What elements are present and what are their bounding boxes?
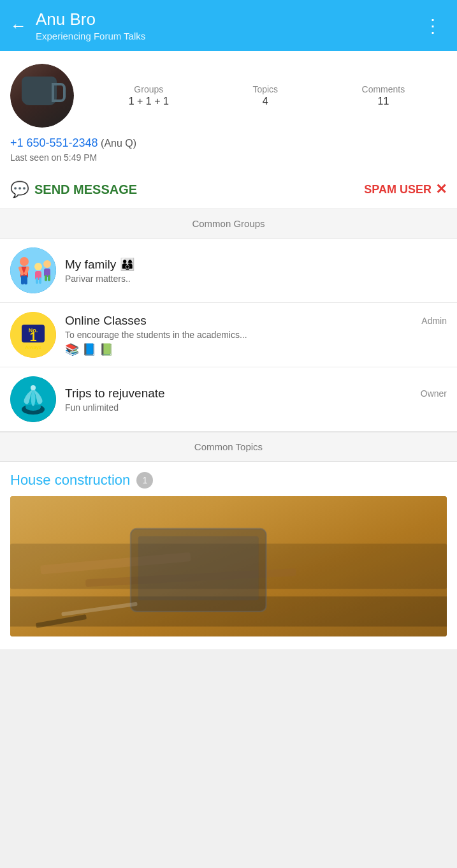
group-name-row-family: My family 👨‍👩‍👦 — [65, 257, 447, 272]
common-groups-title: Common Groups — [192, 218, 265, 229]
profile-top: Groups 1 + 1 + 1 Topics 4 Comments 11 — [10, 64, 447, 128]
svg-rect-10 — [39, 277, 41, 284]
last-seen: Last seen on 5:49 PM — [10, 152, 447, 163]
avatar — [10, 64, 74, 128]
profile-section: Groups 1 + 1 + 1 Topics 4 Comments 11 +1… — [0, 51, 457, 209]
group-info-online: Online Classes Admin To encourage the st… — [65, 314, 447, 357]
svg-point-1 — [20, 257, 29, 266]
spam-user-label: SPAM USER — [364, 183, 432, 196]
group-avatar-family — [10, 247, 56, 293]
phone-line: +1 650-551-2348 (Anu Q) — [10, 136, 447, 150]
group-name-trips: Trips to rejuvenate — [65, 386, 165, 401]
topics-label: Topics — [252, 84, 278, 94]
svg-rect-30 — [138, 536, 259, 600]
groups-container: My family 👨‍👩‍👦 Parivar matters.. No. 1 … — [0, 239, 457, 432]
group-item-trips[interactable]: Trips to rejuvenate Owner Fun unlimited — [0, 367, 457, 432]
topic-image — [10, 496, 447, 636]
topic-title-row: House construction 1 — [10, 472, 447, 489]
back-button[interactable]: ← — [10, 16, 27, 36]
action-row: 💬 SEND MESSAGE SPAM USER ✕ — [10, 173, 447, 209]
bottom-space — [0, 636, 457, 649]
topic-badge: 1 — [136, 472, 153, 489]
trips-avatar-svg — [10, 376, 56, 422]
spam-x-icon: ✕ — [435, 181, 447, 198]
svg-rect-5 — [21, 276, 24, 284]
group-desc-family: Parivar matters.. — [65, 274, 447, 284]
group-name-family: My family 👨‍👩‍👦 — [65, 257, 135, 272]
group-role-online: Admin — [421, 316, 447, 326]
group-desc-online: To encourage the students in the academi… — [65, 330, 447, 340]
header-subtitle: Experiencing Forum Talks — [36, 31, 419, 41]
topic-image-svg — [10, 496, 447, 636]
send-message-button[interactable]: 💬 SEND MESSAGE — [10, 180, 137, 198]
send-message-label: SEND MESSAGE — [34, 182, 137, 197]
topic-title-text: House construction — [10, 472, 130, 489]
svg-text:1: 1 — [29, 330, 36, 344]
common-topics-title: Common Topics — [194, 441, 263, 452]
group-name-row-trips: Trips to rejuvenate Owner — [65, 386, 447, 401]
group-info-trips: Trips to rejuvenate Owner Fun unlimited — [65, 386, 447, 413]
svg-rect-6 — [24, 276, 27, 284]
group-avatar-trips — [10, 376, 56, 422]
group-emoji-online: 📚 📘 📗 — [65, 342, 447, 357]
group-desc-trips: Fun unlimited — [65, 402, 447, 413]
svg-point-23 — [31, 385, 36, 390]
svg-rect-9 — [36, 277, 38, 284]
header-title-block: Anu Bro Experiencing Forum Talks — [36, 10, 419, 41]
svg-point-11 — [43, 260, 51, 268]
message-icon: 💬 — [10, 180, 29, 198]
group-item-online[interactable]: No. 1 Always Online Classes Admin To enc… — [0, 303, 457, 367]
topics-value: 4 — [252, 96, 278, 107]
group-role-trips: Owner — [421, 388, 447, 399]
group-item-family[interactable]: My family 👨‍👩‍👦 Parivar matters.. — [0, 239, 457, 303]
header-name: Anu Bro — [36, 10, 419, 29]
comments-value: 11 — [362, 96, 405, 107]
groups-label: Groups — [129, 84, 169, 94]
svg-rect-14 — [48, 275, 50, 281]
group-name-online: Online Classes — [65, 314, 147, 328]
common-topics-header: Common Topics — [0, 432, 457, 462]
stat-topics: Topics 4 — [252, 84, 278, 107]
svg-point-7 — [34, 263, 42, 270]
header: ← Anu Bro Experiencing Forum Talks ⋮ — [0, 0, 457, 51]
stats-block: Groups 1 + 1 + 1 Topics 4 Comments 11 — [87, 84, 447, 107]
online-avatar-svg: No. 1 Always — [10, 312, 56, 358]
comments-label: Comments — [362, 84, 405, 94]
stat-comments: Comments 11 — [362, 84, 405, 107]
group-info-family: My family 👨‍👩‍👦 Parivar matters.. — [65, 257, 447, 284]
groups-value: 1 + 1 + 1 — [129, 96, 169, 107]
family-avatar-svg — [10, 247, 56, 293]
group-name-row-online: Online Classes Admin — [65, 314, 447, 328]
stat-groups: Groups 1 + 1 + 1 — [129, 84, 169, 107]
spam-user-button[interactable]: SPAM USER ✕ — [364, 181, 447, 198]
phone-display-name: (Anu Q) — [101, 138, 136, 149]
svg-rect-13 — [45, 275, 47, 281]
phone-link[interactable]: +1 650-551-2348 — [10, 136, 98, 149]
svg-text:Always: Always — [25, 344, 41, 350]
more-options-button[interactable]: ⋮ — [419, 13, 447, 39]
topic-item-house[interactable]: House construction 1 — [0, 462, 457, 636]
common-groups-header: Common Groups — [0, 209, 457, 239]
avatar-image — [10, 64, 74, 128]
group-avatar-online: No. 1 Always — [10, 312, 56, 358]
